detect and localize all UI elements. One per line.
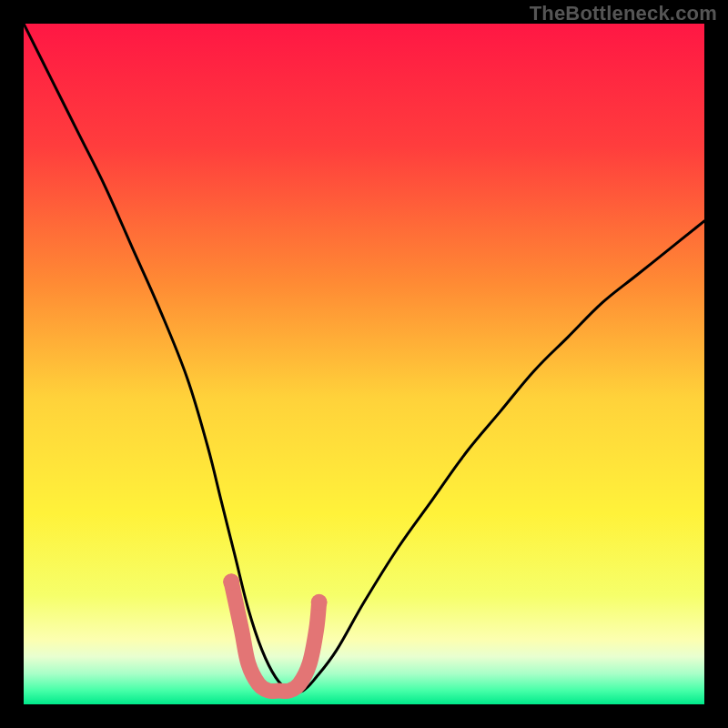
chart-plot-area bbox=[24, 24, 704, 704]
chart-svg bbox=[24, 24, 704, 704]
highlight-endpoint bbox=[311, 594, 328, 611]
watermark-text: TheBottleneck.com bbox=[530, 2, 717, 25]
chart-frame: TheBottleneck.com bbox=[0, 0, 728, 728]
highlight-endpoint bbox=[223, 573, 239, 590]
